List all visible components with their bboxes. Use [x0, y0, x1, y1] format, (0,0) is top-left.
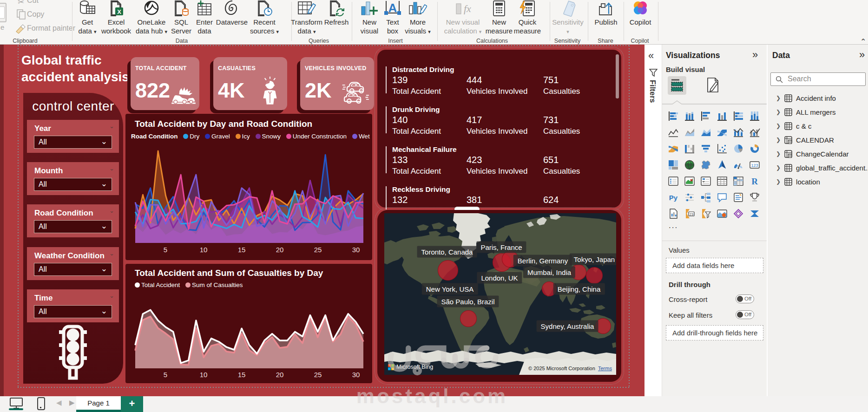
- svg-text:15: 15: [238, 246, 246, 254]
- svg-text:5: 5: [164, 246, 167, 254]
- svg-text:25: 25: [314, 371, 322, 379]
- svg-text:5: 5: [164, 371, 167, 379]
- svg-text:20: 20: [276, 371, 284, 379]
- svg-text:20: 20: [276, 246, 284, 254]
- svg-text:R: R: [751, 177, 758, 186]
- svg-text:Py: Py: [669, 194, 678, 202]
- svg-text:23: 23: [690, 212, 693, 216]
- svg-text:25: 25: [314, 246, 322, 254]
- svg-text:15: 15: [238, 371, 246, 379]
- svg-text:30: 30: [352, 371, 360, 379]
- svg-text:10: 10: [200, 246, 208, 254]
- svg-text:30: 30: [352, 246, 360, 254]
- svg-text:fx: fx: [464, 3, 471, 14]
- svg-text:10: 10: [200, 371, 208, 379]
- svg-text:X: X: [117, 8, 121, 15]
- svg-text:123: 123: [751, 163, 758, 168]
